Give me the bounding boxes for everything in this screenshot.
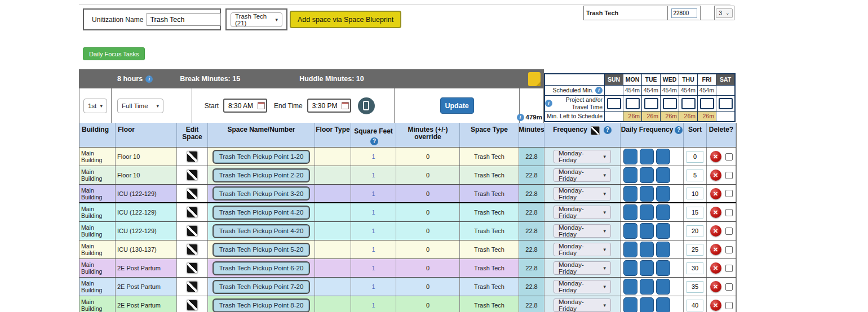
add-space-button[interactable]: Add space via Space Blueprint xyxy=(290,11,401,28)
frequency-select[interactable]: Monday-Friday ▾ xyxy=(553,168,611,182)
daily-frequency-square[interactable] xyxy=(623,242,637,257)
delete-button[interactable]: ✕ xyxy=(710,262,721,274)
space-name-button[interactable]: Trash Tech Pickup Point 3-20 xyxy=(212,186,311,200)
sort-input[interactable] xyxy=(687,281,703,293)
daily-frequency-square[interactable] xyxy=(640,297,654,312)
travel-time-input[interactable] xyxy=(681,98,696,109)
square-feet-link[interactable]: 1 xyxy=(371,228,375,234)
delete-checkbox[interactable] xyxy=(725,172,733,179)
frequency-select[interactable]: Monday-Friday ▾ xyxy=(553,187,611,200)
delete-checkbox[interactable] xyxy=(725,283,733,291)
daily-frequency-square[interactable] xyxy=(623,223,637,239)
space-name-button[interactable]: Trash Tech Pickup Point 6-20 xyxy=(212,261,311,275)
daily-frequency-square[interactable] xyxy=(640,186,654,202)
delete-checkbox[interactable] xyxy=(725,190,733,197)
square-feet-link[interactable]: 1 xyxy=(371,265,375,271)
delete-checkbox[interactable] xyxy=(725,153,733,161)
frequency-select[interactable]: Monday-Friday ▾ xyxy=(553,261,611,275)
delete-checkbox[interactable] xyxy=(725,265,733,272)
space-name-button[interactable]: Trash Tech Pickup Point 5-20 xyxy=(212,243,311,257)
calendar-icon[interactable] xyxy=(258,102,265,109)
daily-frequency-square[interactable] xyxy=(640,279,654,295)
daily-frequency-square[interactable] xyxy=(623,279,637,295)
daily-frequency-square[interactable] xyxy=(656,204,670,220)
space-name-button[interactable]: Trash Tech Pickup Point 2-20 xyxy=(212,168,311,182)
delete-button[interactable]: ✕ xyxy=(710,170,721,181)
travel-time-input[interactable] xyxy=(663,98,677,109)
sort-input[interactable] xyxy=(687,170,703,181)
space-name-button[interactable]: Trash Tech Pickup Point 1-20 xyxy=(212,150,311,164)
daily-frequency-square[interactable] xyxy=(640,223,654,239)
daily-frequency-square[interactable] xyxy=(640,167,654,183)
daily-frequency-square[interactable] xyxy=(623,260,637,276)
sort-input[interactable] xyxy=(687,225,703,237)
delete-button[interactable]: ✕ xyxy=(710,244,721,255)
frequency-select[interactable]: Monday-Friday ▾ xyxy=(553,206,611,219)
daily-frequency-square[interactable] xyxy=(656,260,670,276)
space-name-button[interactable]: Trash Tech Pickup Point 8-20 xyxy=(212,298,311,312)
square-feet-link[interactable]: 1 xyxy=(371,190,375,197)
edit-icon[interactable] xyxy=(591,126,600,135)
unitization-name-input[interactable] xyxy=(147,13,221,26)
delete-button[interactable]: ✕ xyxy=(710,300,721,311)
daily-frequency-square[interactable] xyxy=(656,297,670,312)
frequency-select[interactable]: Monday-Friday ▾ xyxy=(553,298,611,312)
square-feet-link[interactable]: 1 xyxy=(371,302,375,309)
employment-select[interactable]: Full Time ▾ xyxy=(117,99,163,113)
delete-button[interactable]: ✕ xyxy=(710,207,721,218)
delete-checkbox[interactable] xyxy=(725,228,733,235)
sort-input[interactable] xyxy=(687,244,703,256)
frequency-select[interactable]: Monday-Friday ▾ xyxy=(553,224,611,238)
daily-frequency-square[interactable] xyxy=(623,167,637,183)
frequency-select[interactable]: Monday-Friday ▾ xyxy=(553,243,611,256)
sort-input[interactable] xyxy=(687,300,703,311)
daily-frequency-square[interactable] xyxy=(656,242,670,257)
daily-focus-tasks-button[interactable]: Daily Focus Tasks xyxy=(83,47,145,60)
edit-icon[interactable] xyxy=(187,170,198,181)
info-icon[interactable]: i xyxy=(517,114,524,121)
square-feet-link[interactable]: 1 xyxy=(371,172,375,179)
info-icon[interactable]: i xyxy=(145,75,153,83)
delete-checkbox[interactable] xyxy=(725,209,733,216)
square-feet-link[interactable]: 1 xyxy=(371,153,375,160)
help-icon[interactable]: ? xyxy=(675,126,683,134)
travel-time-input[interactable] xyxy=(700,98,714,109)
daily-frequency-square[interactable] xyxy=(623,204,637,220)
daily-frequency-square[interactable] xyxy=(640,260,654,276)
mini-quantity-input[interactable] xyxy=(671,8,697,18)
sort-input[interactable] xyxy=(687,188,703,199)
help-icon[interactable]: ? xyxy=(604,126,612,134)
square-feet-link[interactable]: 1 xyxy=(371,283,375,290)
sort-input[interactable] xyxy=(687,207,703,219)
daily-frequency-square[interactable] xyxy=(623,149,637,164)
daily-frequency-square[interactable] xyxy=(656,186,670,202)
daily-frequency-square[interactable] xyxy=(656,223,670,239)
daily-frequency-square[interactable] xyxy=(656,167,670,183)
edit-icon[interactable] xyxy=(187,244,198,255)
shift-select[interactable]: 1st ▾ xyxy=(83,99,107,113)
sort-input[interactable] xyxy=(687,262,703,274)
delete-checkbox[interactable] xyxy=(725,246,733,253)
travel-time-input[interactable] xyxy=(644,98,658,109)
delete-checkbox[interactable] xyxy=(725,302,733,309)
calendar-icon[interactable] xyxy=(342,102,349,109)
sticky-note-icon[interactable] xyxy=(528,72,541,86)
daily-frequency-square[interactable] xyxy=(640,149,654,164)
space-name-button[interactable]: Trash Tech Pickup Point 4-20 xyxy=(212,224,311,238)
space-blueprint-select[interactable]: Trash Tech (21) ▾ xyxy=(231,12,282,27)
daily-frequency-square[interactable] xyxy=(623,186,637,202)
info-icon[interactable]: i xyxy=(545,100,552,107)
space-name-button[interactable]: Trash Tech Pickup Point 4-20 xyxy=(212,206,311,220)
info-icon[interactable]: i xyxy=(595,87,603,94)
daily-frequency-square[interactable] xyxy=(623,297,637,312)
travel-time-input[interactable] xyxy=(719,98,733,109)
delete-button[interactable]: ✕ xyxy=(710,151,721,162)
update-button[interactable]: Update xyxy=(440,97,474,114)
square-feet-link[interactable]: 1 xyxy=(371,246,375,253)
daily-frequency-square[interactable] xyxy=(656,279,670,295)
daily-frequency-square[interactable] xyxy=(656,149,670,164)
delete-button[interactable]: ✕ xyxy=(710,188,721,199)
travel-time-input[interactable] xyxy=(607,98,621,109)
delete-button[interactable]: ✕ xyxy=(710,225,721,237)
edit-icon[interactable] xyxy=(187,207,198,218)
